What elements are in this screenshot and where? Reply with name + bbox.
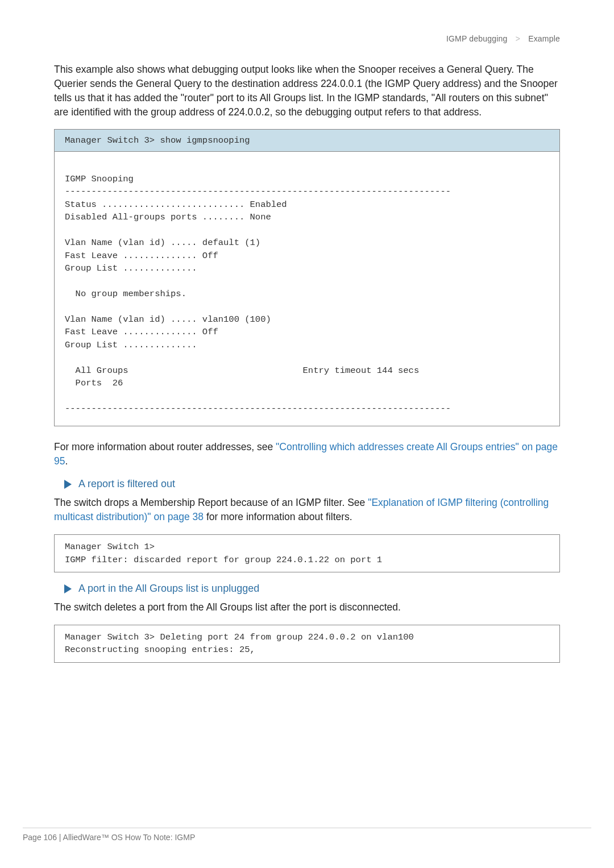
text-fragment: .: [65, 455, 68, 467]
code-block-igmpsnooping: Manager Switch 3> show igmpsnooping IGMP…: [54, 129, 560, 426]
section-heading-port-unplugged: A port in the All Groups list is unplugg…: [64, 583, 560, 595]
code-output-body: Manager Switch 1> IGMP filter: discarded…: [55, 535, 559, 572]
section-heading-label: A port in the All Groups list is unplugg…: [78, 583, 259, 595]
footer-divider: [23, 828, 591, 828]
text-fragment: For more information about router addres…: [54, 441, 276, 452]
text-fragment: The switch drops a Membership Report bec…: [54, 497, 368, 508]
header-separator: >: [516, 34, 520, 43]
header-left: IGMP debugging: [446, 34, 508, 43]
triangle-right-icon: [64, 584, 72, 593]
header-right: Example: [528, 34, 560, 43]
code-output-body: Manager Switch 3> Deleting port 24 from …: [55, 625, 559, 662]
unplugged-paragraph: The switch deletes a port from the All G…: [54, 600, 560, 614]
section-heading-report-filtered: A report is filtered out: [64, 478, 560, 490]
code-command-line: Manager Switch 3> show igmpsnooping: [55, 130, 559, 152]
triangle-right-icon: [64, 480, 72, 489]
filter-paragraph: The switch drops a Membership Report bec…: [54, 496, 560, 524]
footer-text: Page 106 | AlliedWare™ OS How To Note: I…: [23, 833, 591, 842]
code-output-body: IGMP Snooping --------------------------…: [55, 152, 559, 425]
text-fragment: for more information about filters.: [204, 511, 352, 522]
code-block-delete-port: Manager Switch 3> Deleting port 24 from …: [54, 625, 560, 663]
intro-paragraph: This example also shows what debugging o…: [54, 63, 560, 119]
router-addresses-paragraph: For more information about router addres…: [54, 440, 560, 468]
page-footer: Page 106 | AlliedWare™ OS How To Note: I…: [0, 828, 614, 842]
code-block-filter-discard: Manager Switch 1> IGMP filter: discarded…: [54, 534, 560, 572]
section-heading-label: A report is filtered out: [78, 478, 175, 490]
running-header: IGMP debugging > Example: [54, 34, 560, 43]
